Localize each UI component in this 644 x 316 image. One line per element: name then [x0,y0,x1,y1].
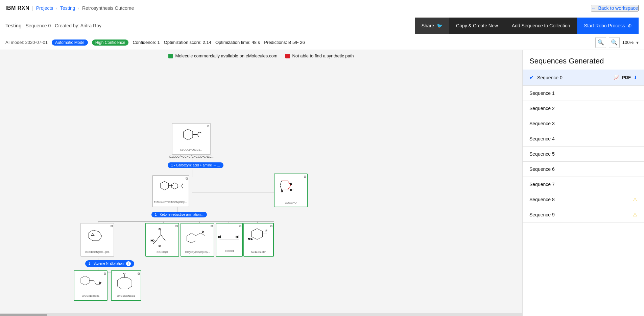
svg-text:Cl: Cl [218,235,221,238]
back-to-workspace-button[interactable]: ← Back to workspace [591,5,639,11]
mol-m5-copy-icon[interactable]: ⧉ [270,224,272,228]
svg-text:O: O [123,273,125,274]
mol-right-1-structure: O O H [275,176,307,201]
mol-m1-copy-icon[interactable]: ⧉ [111,224,113,228]
molecule-b2[interactable]: O O=C1CCNCC1 ⧉ [111,270,141,301]
svg-text:F: F [266,229,267,232]
start-robo-button[interactable]: Start Robo Process ⊕ [577,18,639,34]
svg-text:O: O [159,244,161,247]
nav-chevron-2: ‹ [78,5,79,11]
mol-b1-copy-icon[interactable]: ⧉ [104,272,106,276]
share-button[interactable]: Share 🐦 [415,18,449,34]
mol-b1-smiles: BrCCc1ccccc1 [81,294,100,298]
top-nav-right: ← Back to workspace [591,5,639,11]
optimization-time: Optimization time: 48 s [215,40,260,45]
sidebar-item-sequence-0[interactable]: ✔ Sequence 0 📈 PDF ⬇ [523,70,644,86]
svg-line-44 [88,238,93,241]
mol-b2-structure: O [112,273,141,293]
sidebar-item-sequence-5[interactable]: Sequence 5 [523,147,644,162]
molecule-m3[interactable]: O CC(=O)(OC(C)=O)... ⧉ [181,223,214,257]
nav-projects[interactable]: Projects [36,5,53,11]
svg-line-77 [93,280,96,284]
mol-left-1-copy-icon[interactable]: ⧉ [186,177,188,181]
molecule-m5[interactable]: F NH₂ Nc1ccccc1F ⧉ [243,223,274,257]
sequence-0-download-button[interactable]: ⬇ [634,75,637,80]
toolbar: Testing Sequence 0 Created by: Aritra Ro… [0,16,644,35]
nav-sep-1: | [32,5,33,11]
sidebar-item-sequence-8[interactable]: Sequence 8 ⚠ [523,192,644,207]
svg-line-40 [93,230,99,232]
created-by: Created by: Aritra Roy [55,23,101,28]
mol-b2-copy-icon[interactable]: ⧉ [138,272,140,276]
svg-line-28 [182,186,183,188]
zoom-in-icon: 🔍 [597,39,604,46]
mol-m5-smiles: Nc1ccccc1F [251,250,267,254]
reaction-node-3[interactable]: 1 - Styrene N-alkylation i [85,260,134,267]
zoom-dropdown-icon[interactable]: ▾ [636,40,639,45]
sidebar-item-sequence-1[interactable]: Sequence 1 [523,86,644,101]
svg-line-56 [187,233,192,236]
zoom-out-button[interactable]: 🔍 [609,37,620,48]
sidebar-item-sequence-4[interactable]: Sequence 4 [523,131,644,147]
sidebar-item-sequence-2[interactable]: Sequence 2 [523,101,644,116]
breadcrumb: IBM RXN | Projects ‹ Testing ‹ Retrosynt… [5,5,134,11]
molecule-top[interactable]: C1CCC(=O)CC1... ⧉ [172,123,211,155]
mol-m3-smiles: CC(=O)(OC(C)=O)... [184,250,211,254]
molecule-tree-svg [0,62,389,309]
nav-testing[interactable]: Testing [60,5,75,11]
sidebar-item-sequence-7[interactable]: Sequence 7 [523,177,644,192]
add-sequence-button[interactable]: Add Sequence to Collection [505,18,577,34]
molecule-m2[interactable]: O O HO CC(=O)O ⧉ [145,223,179,257]
top-nav: IBM RXN | Projects ‹ Testing ‹ Retrosynt… [0,0,644,16]
legend-green-dot [168,54,173,58]
legend-green: Molecule commercially available on eMole… [168,53,277,58]
sequence-0-chart-button[interactable]: 📈 [614,75,619,80]
sequence-0-check-icon: ✔ [529,74,534,81]
mol-m5-structure: F NH₂ [244,226,273,250]
canvas-area: Molecule commercially available on eMole… [0,50,522,316]
sidebar-item-sequence-3[interactable]: Sequence 3 [523,116,644,131]
info-bar-right: 🔍 🔍 100% ▾ [595,37,639,48]
mol-m2-copy-icon[interactable]: ⧉ [175,224,178,228]
molecule-m4[interactable]: Cl Cl ClCCCl ⧉ [216,223,243,257]
sidebar-item-sequence-9[interactable]: Sequence 9 ⚠ [523,207,644,222]
ai-model-label: AI model: 2020-07-01 [5,40,48,45]
mol-m4-copy-icon[interactable]: ⧉ [239,224,241,228]
svg-line-21 [199,132,202,133]
svg-text:O: O [202,230,204,233]
molecule-m1[interactable]: C=C1CCN(CC...)C1 ⧉ [80,223,114,257]
sequence-label: Sequence 0 [26,23,51,28]
horizontal-scrollbar[interactable] [0,313,522,316]
reaction-node-1[interactable]: 1 - Carboxylic acid + amine → ... [168,162,223,168]
svg-text:O: O [290,182,292,185]
svg-line-82 [127,278,132,281]
zoom-in-button[interactable]: 🔍 [595,37,606,48]
copy-create-button[interactable]: Copy & Create New [449,18,505,34]
sidebar-item-sequence-6[interactable]: Sequence 6 [523,162,644,177]
sidebar: Sequences Generated ✔ Sequence 0 📈 PDF ⬇… [522,50,644,316]
mol-b1-structure: Br [74,273,107,294]
svg-line-27 [182,184,183,186]
mol-m1-structure [81,226,114,250]
mol-top-copy-icon[interactable]: ⧉ [207,124,209,128]
svg-line-59 [191,241,196,243]
info-bar: AI model: 2020-07-01 Automatic Mode High… [0,35,644,50]
canvas-inner: C1CCC(=O)CC1... ⧉ C1CCC(=CC=C(C=CCC+1N1C… [0,62,399,313]
sequence-9-warn-icon: ⚠ [633,212,637,217]
svg-text:HO: HO [151,239,154,242]
back-arrow-icon: ← [592,5,596,11]
molecule-b1[interactable]: Br BrCCc1ccccc1 ⧉ [74,270,108,301]
canvas-scroll[interactable]: C1CCC(=O)CC1... ⧉ C1CCC(=CC=C(C=CCC+1N1C… [0,62,522,313]
mol-right-1-copy-icon[interactable]: ⧉ [304,175,306,179]
smiles-top: C1CCC(=CC=C(C=CCC+1N1C... [169,155,214,158]
reaction-node-2[interactable]: 1 - Ketone reductive amination... [151,212,207,217]
svg-line-22 [197,135,199,137]
molecule-right-1[interactable]: O O H COCC=O ⧉ [274,174,308,207]
svg-line-86 [117,286,122,289]
mol-m1-smiles: C=C1CCN(CC...)C1 [85,250,110,254]
svg-line-80 [117,278,122,281]
svg-marker-46 [91,233,94,235]
mol-m3-structure: O [181,226,214,250]
molecule-left-1[interactable]: FcTcccccTNCTCCN(CC)c... ⧉ [152,175,189,207]
mol-m3-copy-icon[interactable]: ⧉ [211,224,213,228]
